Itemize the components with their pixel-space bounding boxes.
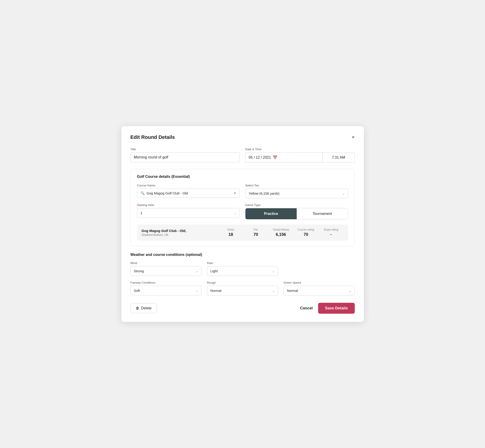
close-button[interactable]: ×: [352, 135, 355, 140]
fairway-select-wrap: Soft ⌄: [130, 286, 202, 296]
wind-group: Wind Strong ⌄: [130, 261, 202, 276]
select-tee-group: Select Tee Yellow (6,156 yards) ⌄: [245, 184, 348, 198]
rough-dropdown[interactable]: Normal: [207, 286, 278, 296]
slope-rating-stat: Slope rating -: [319, 228, 344, 237]
slope-rating-value: -: [330, 232, 332, 237]
rain-label: Rain: [207, 261, 278, 265]
holes-value: 18: [228, 232, 233, 237]
tournament-button[interactable]: Tournament: [297, 208, 348, 219]
hole-gametype-row: Starting Hole 1 ⌄ Game Type Practice Tou…: [137, 203, 348, 219]
course-main-name: Gog Magog Golf Club - Old,: [142, 229, 218, 233]
game-type-group: Game Type Practice Tournament: [245, 203, 348, 219]
time-value: 7:31 AM: [332, 155, 345, 160]
cancel-button[interactable]: Cancel: [300, 306, 313, 311]
par-label: Par: [254, 228, 258, 231]
wind-label: Wind: [130, 261, 202, 265]
starting-hole-label: Starting Hole: [137, 203, 240, 207]
green-speed-select-wrap: Normal ⌄: [283, 286, 355, 296]
date-field-group: Date & Time 05 / 12 / 2021 📅 7:31 AM: [245, 147, 355, 162]
starting-hole-group: Starting Hole 1 ⌄: [137, 203, 240, 219]
title-label: Title: [130, 147, 240, 151]
rough-group: Rough Normal ⌄: [207, 281, 278, 296]
golf-section-title: Golf Course details (Essential): [137, 175, 348, 179]
fairway-dropdown[interactable]: Soft: [130, 286, 202, 296]
course-info-row: Gog Magog Golf Club - Old, Shelford Bott…: [137, 224, 348, 241]
course-rating-stat: Course rating 70: [293, 228, 319, 237]
course-name-input-wrap: 🔍 ✕: [137, 189, 240, 198]
course-rating-value: 70: [304, 232, 308, 237]
select-tee-label: Select Tee: [245, 184, 348, 187]
green-speed-label: Green Speed: [283, 281, 355, 284]
clear-course-button[interactable]: ✕: [233, 191, 236, 195]
course-tee-row: Course Name 🔍 ✕ Select Tee Yellow (6,156…: [137, 184, 348, 198]
date-time-label: Date & Time: [245, 147, 355, 151]
slope-rating-label: Slope rating: [323, 228, 338, 231]
holes-stat: Holes 18: [218, 228, 243, 237]
holes-label: Holes: [227, 228, 234, 231]
wind-dropdown[interactable]: Strong: [130, 266, 202, 276]
right-buttons: Cancel Save Details: [300, 303, 355, 314]
yards-stat: Yards(Yellow) 6,156: [268, 228, 293, 237]
delete-label: Delete: [141, 306, 152, 310]
golf-course-section: Golf Course details (Essential) Course N…: [130, 169, 355, 246]
save-button[interactable]: Save Details: [318, 303, 355, 314]
search-icon: 🔍: [140, 191, 145, 195]
yards-value: 6,156: [276, 232, 286, 237]
course-rating-label: Course rating: [298, 228, 314, 231]
par-value: 70: [253, 232, 258, 237]
select-tee-dropdown[interactable]: Yellow (6,156 yards): [245, 189, 348, 198]
rough-select-wrap: Normal ⌄: [207, 286, 278, 296]
date-part[interactable]: 05 / 12 / 2021 📅: [245, 152, 323, 162]
rain-select-wrap: Light ⌄: [207, 266, 278, 276]
green-speed-dropdown[interactable]: Normal: [283, 286, 355, 296]
par-stat: Par 70: [243, 228, 268, 237]
title-input[interactable]: [130, 152, 240, 162]
game-type-label: Game Type: [245, 203, 348, 207]
delete-button[interactable]: 🗑 Delete: [130, 303, 157, 313]
rain-group: Rain Light ⌄: [207, 261, 278, 276]
date-time-row: 05 / 12 / 2021 📅 7:31 AM: [245, 152, 355, 162]
course-name-input[interactable]: [147, 191, 232, 195]
wind-select-wrap: Strong ⌄: [130, 266, 202, 276]
title-field-group: Title: [130, 147, 240, 162]
wind-rain-row: Wind Strong ⌄ Rain Light ⌄: [130, 261, 355, 276]
course-info-name-group: Gog Magog Golf Club - Old, Shelford Bott…: [142, 229, 218, 237]
practice-button[interactable]: Practice: [245, 208, 297, 219]
weather-section-title: Weather and course conditions (optional): [130, 253, 355, 257]
course-location: Shelford Bottom, UK: [142, 233, 218, 237]
course-name-label: Course Name: [137, 184, 240, 187]
trash-icon: 🗑: [136, 306, 139, 310]
edit-round-modal: Edit Round Details × Title Date & Time 0…: [121, 126, 364, 322]
top-row: Title Date & Time 05 / 12 / 2021 📅 7:31 …: [130, 147, 355, 162]
bottom-row: 🗑 Delete Cancel Save Details: [130, 303, 355, 314]
starting-hole-dropdown[interactable]: 1: [137, 208, 240, 218]
starting-hole-wrap: 1 ⌄: [137, 208, 240, 218]
course-name-group: Course Name 🔍 ✕: [137, 184, 240, 198]
yards-label: Yards(Yellow): [273, 228, 289, 231]
fairway-rough-green-row: Fairway Conditions Soft ⌄ Rough Normal ⌄: [130, 281, 355, 296]
game-type-toggle: Practice Tournament: [245, 208, 348, 219]
rain-dropdown[interactable]: Light: [207, 266, 278, 276]
calendar-icon: 📅: [273, 155, 277, 160]
time-part[interactable]: 7:31 AM: [323, 152, 355, 162]
rough-label: Rough: [207, 281, 278, 284]
fairway-group: Fairway Conditions Soft ⌄: [130, 281, 202, 296]
weather-section: Weather and course conditions (optional)…: [130, 253, 355, 296]
date-value: 05 / 12 / 2021: [249, 155, 271, 160]
select-tee-wrap: Yellow (6,156 yards) ⌄: [245, 189, 348, 198]
modal-title: Edit Round Details: [130, 134, 175, 140]
fairway-label: Fairway Conditions: [130, 281, 202, 284]
modal-header: Edit Round Details ×: [130, 134, 355, 140]
green-speed-group: Green Speed Normal ⌄: [283, 281, 355, 296]
